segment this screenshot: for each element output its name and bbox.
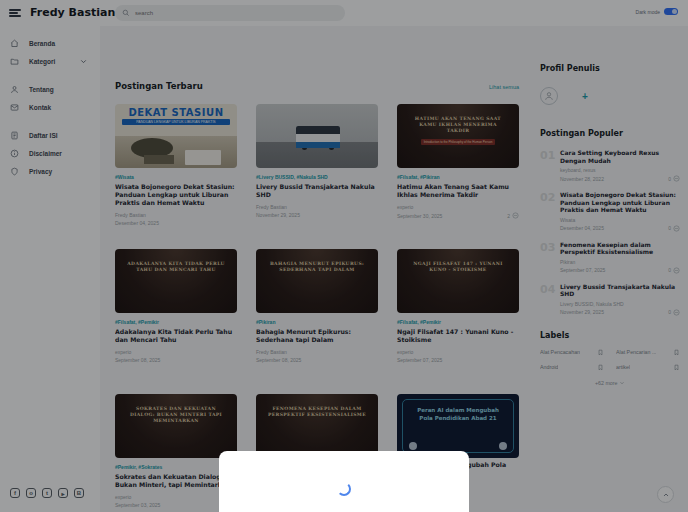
loading-modal xyxy=(219,451,469,512)
loading-spinner-icon xyxy=(337,482,351,496)
page-dim-overlay xyxy=(0,0,688,512)
